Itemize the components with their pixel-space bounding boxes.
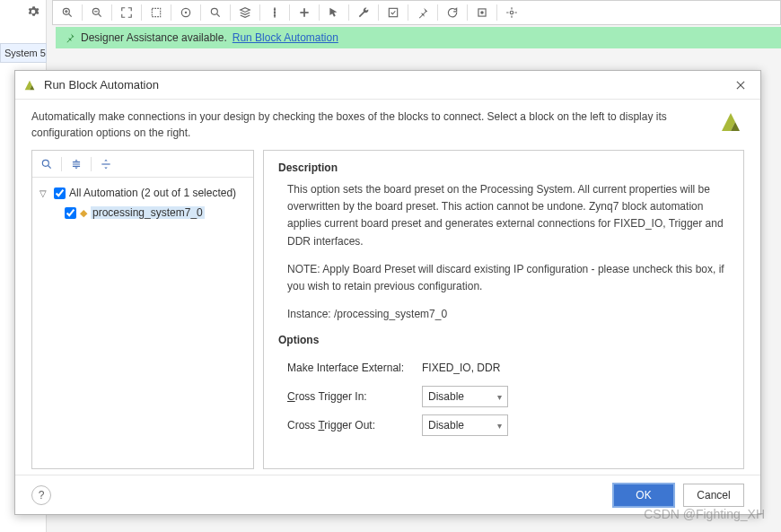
dialog-title: Run Block Automation	[44, 78, 728, 92]
wrench-icon[interactable]	[353, 2, 374, 23]
designer-assistance-banner: Designer Assistance available. Run Block…	[56, 27, 781, 48]
tree-root[interactable]: ▽ All Automation (2 out of 1 selected)	[36, 183, 250, 203]
run-block-automation-dialog: Run Block Automation Automatically make …	[14, 70, 761, 515]
vivado-logo-icon	[717, 109, 744, 135]
collapse-all-icon[interactable]	[67, 155, 85, 173]
tree-item[interactable]: ◆ processing_system7_0	[36, 203, 250, 222]
pin-icon[interactable]	[412, 2, 434, 23]
options-heading: Options	[278, 334, 729, 346]
stack-icon[interactable]	[234, 2, 256, 23]
svg-point-15	[274, 14, 276, 16]
description-text-1: This option sets the board preset on the…	[278, 181, 729, 250]
ip-icon[interactable]	[471, 2, 493, 23]
cancel-button[interactable]: Cancel	[683, 484, 744, 507]
svg-point-9	[185, 12, 187, 13]
expand-all-icon[interactable]	[97, 155, 115, 173]
zoom-out-icon[interactable]	[86, 2, 108, 23]
tree-item-label: processing_system7_0	[91, 206, 205, 219]
search-icon[interactable]	[205, 2, 226, 23]
close-button[interactable]	[728, 73, 753, 98]
tree-toolbar	[32, 151, 253, 178]
automation-tree-panel: ▽ All Automation (2 out of 1 selected) ◆…	[31, 150, 254, 469]
zoom-fit-icon[interactable]	[116, 2, 137, 23]
svg-point-14	[274, 12, 276, 13]
auto-fit-icon[interactable]	[175, 2, 197, 23]
validate-icon[interactable]	[382, 2, 404, 23]
option-label: Cross Trigger Out:	[287, 419, 422, 432]
automation-tree: ▽ All Automation (2 out of 1 selected) ◆…	[32, 178, 253, 228]
option-make-interface-external: Make Interface External: FIXED_IO, DDR	[287, 353, 729, 382]
option-label: Cross Trigger In:	[287, 390, 422, 403]
svg-point-24	[42, 160, 48, 166]
chevron-down-icon: ▾	[497, 392, 502, 402]
watermark: CSDN @Fighting_XH	[644, 507, 765, 521]
banner-text: Designer Assistance available.	[81, 31, 227, 44]
option-cross-trigger-out: Cross Trigger Out: Disable ▾	[287, 411, 729, 440]
gear-icon[interactable]	[27, 5, 39, 18]
svg-point-21	[510, 11, 513, 14]
settings2-icon[interactable]	[501, 2, 522, 23]
zoom-area-icon[interactable]	[145, 2, 167, 23]
description-text-2: NOTE: Apply Board Preset will discard ex…	[278, 261, 729, 295]
tree-root-checkbox[interactable]	[54, 188, 66, 199]
instance-label: Instance: /processing_system7_0	[278, 306, 729, 323]
combo-value: Disable	[428, 419, 464, 432]
help-button[interactable]: ?	[31, 485, 51, 505]
svg-rect-7	[152, 8, 160, 16]
cross-trigger-out-combo[interactable]: Disable ▾	[422, 414, 508, 436]
chevron-down-icon[interactable]: ▽	[39, 188, 50, 198]
pointer-icon[interactable]	[323, 2, 345, 23]
run-block-automation-link[interactable]: Run Block Automation	[233, 31, 338, 44]
tree-item-checkbox[interactable]	[65, 207, 76, 219]
diagram-toolbar	[52, 0, 781, 25]
svg-line-5	[99, 14, 101, 17]
search-icon[interactable]	[38, 155, 56, 173]
tree-root-label: All Automation (2 out of 1 selected)	[69, 187, 236, 199]
svg-line-25	[48, 165, 51, 168]
description-heading: Description	[278, 161, 729, 174]
dialog-header: Automatically make connections in your d…	[15, 100, 760, 150]
option-cross-trigger-in: Cross Trigger In: Disable ▾	[287, 382, 729, 411]
add-icon[interactable]	[294, 2, 315, 23]
dialog-titlebar: Run Block Automation	[15, 71, 760, 100]
combo-value: Disable	[428, 390, 464, 403]
pin-icon	[65, 32, 75, 43]
option-value: FIXED_IO, DDR	[422, 362, 500, 374]
svg-point-20	[480, 11, 484, 14]
svg-line-11	[217, 14, 220, 17]
cross-trigger-in-combo[interactable]: Disable ▾	[422, 386, 508, 407]
align-icon[interactable]	[264, 2, 285, 23]
ok-button[interactable]: OK	[613, 484, 674, 507]
svg-point-10	[211, 8, 217, 14]
svg-line-1	[69, 14, 72, 17]
vivado-logo-icon	[22, 78, 37, 92]
svg-point-13	[274, 8, 276, 10]
dialog-header-text: Automatically make connections in your d…	[31, 109, 706, 141]
chevron-down-icon: ▾	[497, 421, 502, 431]
regenerate-icon[interactable]	[442, 2, 463, 23]
zoom-in-icon[interactable]	[57, 2, 78, 23]
svg-rect-18	[389, 8, 397, 16]
sidebar-tab[interactable]: System 5.	[0, 43, 47, 63]
ip-block-icon: ◆	[80, 207, 87, 219]
option-label: Make Interface External:	[287, 362, 422, 374]
automation-detail-panel: Description This option sets the board p…	[263, 150, 744, 469]
